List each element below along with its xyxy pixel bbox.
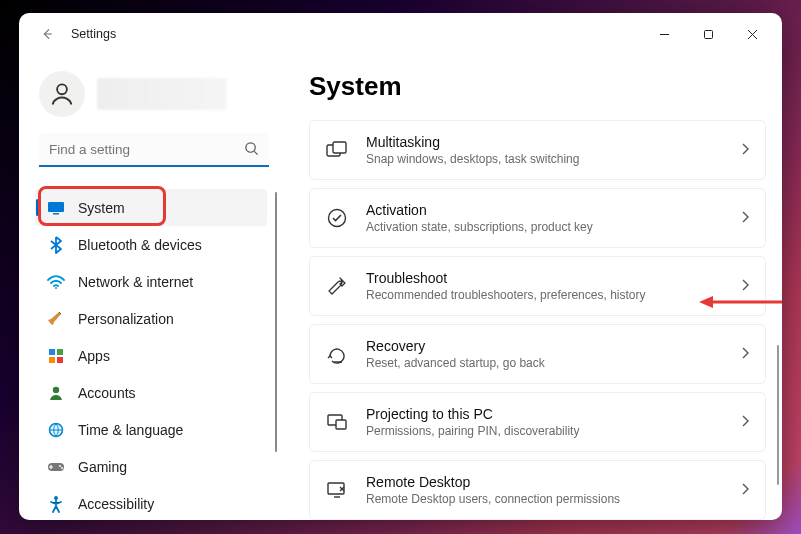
- sidebar-item-label: Personalization: [78, 311, 174, 327]
- svg-rect-1: [704, 30, 712, 38]
- main-scrollbar[interactable]: [777, 345, 779, 485]
- card-title: Troubleshoot: [366, 270, 723, 286]
- sidebar-item-label: Network & internet: [78, 274, 193, 290]
- brush-icon: [47, 310, 65, 328]
- apps-icon: [47, 347, 65, 365]
- close-button[interactable]: [730, 18, 774, 50]
- display-icon: [47, 199, 65, 217]
- chevron-right-icon: [741, 277, 749, 295]
- svg-rect-5: [48, 202, 64, 212]
- card-projecting[interactable]: Projecting to this PC Permissions, pairi…: [309, 392, 766, 452]
- user-icon: [48, 80, 76, 108]
- wifi-icon: [47, 273, 65, 291]
- sidebar-item-label: System: [78, 200, 125, 216]
- svg-point-3: [246, 143, 255, 152]
- card-subtitle: Activation state, subscriptions, product…: [366, 220, 723, 234]
- sidebar-item-accounts[interactable]: Accounts: [35, 374, 267, 411]
- page-title: System: [309, 71, 766, 102]
- chevron-right-icon: [741, 209, 749, 227]
- arrow-left-icon: [40, 27, 54, 41]
- sidebar-item-label: Time & language: [78, 422, 183, 438]
- search-icon: [244, 141, 259, 160]
- svg-point-12: [53, 386, 59, 392]
- card-title: Multitasking: [366, 134, 723, 150]
- sidebar: System Bluetooth & devices Network & int…: [19, 55, 279, 520]
- sidebar-item-system[interactable]: System: [35, 189, 267, 226]
- card-subtitle: Snap windows, desktops, task switching: [366, 152, 723, 166]
- sidebar-item-bluetooth[interactable]: Bluetooth & devices: [35, 226, 267, 263]
- svg-rect-10: [49, 357, 55, 363]
- gamepad-icon: [47, 458, 65, 476]
- search-box: [39, 133, 269, 167]
- card-subtitle: Recommended troubleshooters, preferences…: [366, 288, 723, 302]
- card-title: Activation: [366, 202, 723, 218]
- sidebar-item-label: Gaming: [78, 459, 127, 475]
- svg-rect-6: [53, 213, 59, 215]
- card-remote-desktop[interactable]: Remote Desktop Remote Desktop users, con…: [309, 460, 766, 520]
- titlebar: Settings: [19, 13, 782, 55]
- avatar: [39, 71, 85, 117]
- person-icon: [47, 384, 65, 402]
- wrench-icon: [326, 275, 348, 297]
- close-icon: [747, 29, 758, 40]
- sidebar-scrollbar[interactable]: [275, 192, 277, 452]
- bluetooth-icon: [47, 236, 65, 254]
- multitasking-icon: [326, 139, 348, 161]
- card-title: Remote Desktop: [366, 474, 723, 490]
- checkmark-circle-icon: [326, 207, 348, 229]
- maximize-button[interactable]: [686, 18, 730, 50]
- sidebar-item-time-language[interactable]: Time & language: [35, 411, 267, 448]
- svg-rect-11: [57, 357, 63, 363]
- back-button[interactable]: [33, 20, 61, 48]
- svg-point-2: [57, 84, 67, 94]
- card-troubleshoot[interactable]: Troubleshoot Recommended troubleshooters…: [309, 256, 766, 316]
- sidebar-item-apps[interactable]: Apps: [35, 337, 267, 374]
- sidebar-item-label: Apps: [78, 348, 110, 364]
- svg-rect-9: [57, 349, 63, 355]
- sidebar-item-accessibility[interactable]: Accessibility: [35, 485, 267, 520]
- svg-point-16: [61, 467, 63, 469]
- svg-point-15: [59, 465, 61, 467]
- projecting-icon: [326, 411, 348, 433]
- svg-point-7: [55, 287, 57, 289]
- app-title: Settings: [71, 27, 116, 41]
- chevron-right-icon: [741, 345, 749, 363]
- window-controls: [642, 18, 774, 50]
- card-title: Projecting to this PC: [366, 406, 723, 422]
- minimize-icon: [659, 29, 670, 40]
- svg-rect-8: [49, 349, 55, 355]
- chevron-right-icon: [741, 413, 749, 431]
- card-subtitle: Permissions, pairing PIN, discoverabilit…: [366, 424, 723, 438]
- sidebar-item-gaming[interactable]: Gaming: [35, 448, 267, 485]
- sidebar-item-label: Accounts: [78, 385, 136, 401]
- nav-list: System Bluetooth & devices Network & int…: [29, 189, 279, 520]
- card-multitasking[interactable]: Multitasking Snap windows, desktops, tas…: [309, 120, 766, 180]
- remote-desktop-icon: [326, 479, 348, 501]
- card-activation[interactable]: Activation Activation state, subscriptio…: [309, 188, 766, 248]
- recovery-icon: [326, 343, 348, 365]
- settings-window: Settings: [19, 13, 782, 520]
- accessibility-icon: [47, 495, 65, 513]
- sidebar-item-label: Accessibility: [78, 496, 154, 512]
- profile-section[interactable]: [29, 65, 279, 131]
- profile-name-redacted: [97, 78, 227, 110]
- search-input[interactable]: [39, 133, 269, 167]
- maximize-icon: [703, 29, 714, 40]
- card-recovery[interactable]: Recovery Reset, advanced startup, go bac…: [309, 324, 766, 384]
- sidebar-item-label: Bluetooth & devices: [78, 237, 202, 253]
- card-title: Recovery: [366, 338, 723, 354]
- chevron-right-icon: [741, 141, 749, 159]
- card-subtitle: Reset, advanced startup, go back: [366, 356, 723, 370]
- card-subtitle: Remote Desktop users, connection permiss…: [366, 492, 723, 506]
- globe-icon: [47, 421, 65, 439]
- svg-rect-19: [333, 142, 346, 153]
- svg-line-4: [254, 151, 257, 154]
- sidebar-item-network[interactable]: Network & internet: [35, 263, 267, 300]
- chevron-right-icon: [741, 481, 749, 499]
- sidebar-item-personalization[interactable]: Personalization: [35, 300, 267, 337]
- main-panel: System Multitasking Snap windows, deskto…: [279, 55, 782, 520]
- svg-rect-22: [336, 420, 346, 429]
- minimize-button[interactable]: [642, 18, 686, 50]
